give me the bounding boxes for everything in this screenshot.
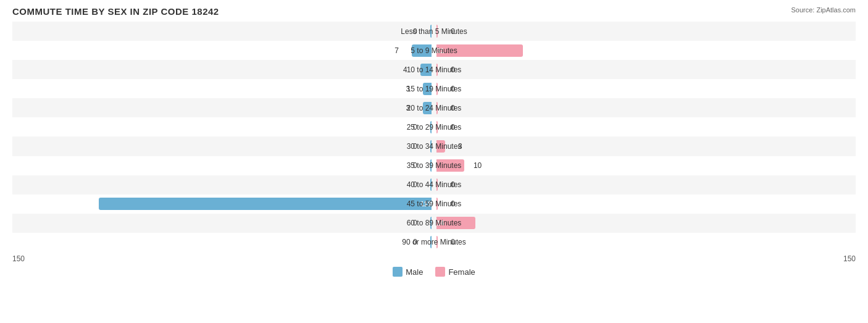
male-value: 7: [394, 46, 399, 55]
bar-female: 0: [436, 102, 438, 114]
bar-female: 0: [436, 25, 438, 37]
female-value: 0: [451, 65, 455, 74]
left-section: 0: [12, 22, 434, 41]
bar-row: 4 10 to 14 Minutes 0: [12, 60, 856, 79]
female-value: 0: [451, 123, 455, 132]
legend-male-box: [393, 267, 403, 277]
bar-male: 0: [430, 121, 432, 133]
right-section: 0: [434, 195, 856, 214]
bar-row: 3 15 to 19 Minutes 0: [12, 79, 856, 98]
source-label: Source: ZipAtlas.com: [791, 6, 856, 14]
male-value: 0: [413, 180, 417, 189]
left-section: 0: [12, 117, 434, 136]
chart-container: COMMUTE TIME BY SEX IN ZIP CODE 18242 So…: [0, 0, 868, 323]
bar-male: 0: [430, 140, 432, 153]
female-value: 3: [458, 142, 462, 151]
female-value: 0: [451, 85, 455, 93]
female-value: 0: [451, 180, 455, 189]
bar-row: 0 25 to 29 Minutes 0: [12, 117, 856, 136]
legend-male: Male: [393, 267, 423, 277]
male-value: 3: [406, 104, 410, 112]
bar-male: 3: [423, 83, 432, 95]
right-section: 3: [434, 136, 856, 156]
male-value: 0: [413, 142, 417, 151]
right-section: 0: [434, 22, 856, 41]
left-section: 0: [12, 233, 434, 252]
left-section: 0: [12, 214, 434, 233]
left-section: 4: [12, 60, 434, 79]
bar-female: 0: [436, 64, 438, 76]
female-value: 0: [451, 238, 455, 246]
bar-row: 0 90 or more Minutes 0: [12, 233, 856, 252]
female-value: 10: [474, 161, 482, 170]
male-value: 4: [403, 65, 407, 74]
bar-male: 0: [430, 178, 432, 191]
right-section: 0: [434, 98, 856, 117]
male-value: 0: [413, 238, 417, 246]
right-section: 14: [434, 214, 856, 233]
bar-male: 119: [99, 198, 432, 210]
legend-female-box: [435, 267, 445, 277]
bar-row: 7 5 to 9 Minutes 31: [12, 41, 856, 60]
rows-container: 0 Less than 5 Minutes 0 7 5 to 9 Minutes…: [12, 22, 856, 252]
bar-female: 0: [436, 198, 438, 210]
bar-row: 0 Less than 5 Minutes 0: [12, 22, 856, 41]
axis-right: 150: [843, 254, 856, 263]
male-value: 0: [413, 161, 417, 170]
bar-male: 0: [430, 217, 432, 229]
bar-male: 7: [412, 44, 432, 57]
female-value: 0: [451, 27, 455, 36]
bar-row: 119 45 to 59 Minutes 0: [12, 195, 856, 214]
bar-female: 3: [436, 140, 445, 153]
legend-male-label: Male: [406, 267, 423, 277]
bar-male: 0: [430, 236, 432, 248]
chart-title: COMMUTE TIME BY SEX IN ZIP CODE 18242: [12, 6, 856, 17]
female-value: 0: [451, 199, 455, 208]
axis-left: 150: [12, 254, 25, 263]
right-section: 0: [434, 79, 856, 98]
right-section: 0: [434, 117, 856, 136]
bar-male: 0: [430, 159, 432, 172]
legend-female: Female: [435, 267, 475, 277]
left-section: 119: [12, 195, 434, 214]
left-section: 3: [12, 98, 434, 117]
bar-female: 0: [436, 83, 438, 95]
left-section: 0: [12, 156, 434, 175]
male-value: 0: [413, 27, 417, 36]
bar-female: 31: [436, 44, 523, 57]
male-value: 0: [413, 219, 417, 227]
legend: Male Female: [12, 267, 856, 277]
bar-male: 3: [423, 102, 432, 114]
bar-female: 10: [436, 159, 464, 172]
male-value: 0: [413, 123, 417, 132]
bar-male: 4: [420, 64, 432, 76]
male-value: 3: [406, 85, 410, 93]
left-section: 3: [12, 79, 434, 98]
female-value-inside: 31: [436, 47, 447, 54]
right-section: 31: [434, 41, 856, 60]
bar-row: 0 60 to 89 Minutes 14: [12, 214, 856, 233]
bar-female: 14: [436, 217, 475, 229]
chart-area: 0 Less than 5 Minutes 0 7 5 to 9 Minutes…: [12, 22, 856, 271]
female-value-inside: 14: [436, 219, 447, 227]
bar-row: 3 20 to 24 Minutes 0: [12, 98, 856, 117]
bar-row: 0 40 to 44 Minutes 0: [12, 175, 856, 195]
right-section: 0: [434, 175, 856, 195]
bar-female: 0: [436, 121, 438, 133]
legend-female-label: Female: [448, 267, 475, 277]
bar-row: 0 35 to 39 Minutes 10: [12, 156, 856, 175]
left-section: 0: [12, 175, 434, 195]
left-section: 7: [12, 41, 434, 60]
female-value: 0: [451, 104, 455, 112]
right-section: 0: [434, 233, 856, 252]
right-section: 10: [434, 156, 856, 175]
axis-row: 150 150: [12, 254, 856, 263]
left-section: 0: [12, 136, 434, 156]
right-section: 0: [434, 60, 856, 79]
bar-female: 0: [436, 236, 438, 248]
bar-female: 0: [436, 178, 438, 191]
male-value-inside: 119: [417, 200, 432, 208]
bar-row: 0 30 to 34 Minutes 3: [12, 136, 856, 156]
bar-male: 0: [430, 25, 432, 37]
